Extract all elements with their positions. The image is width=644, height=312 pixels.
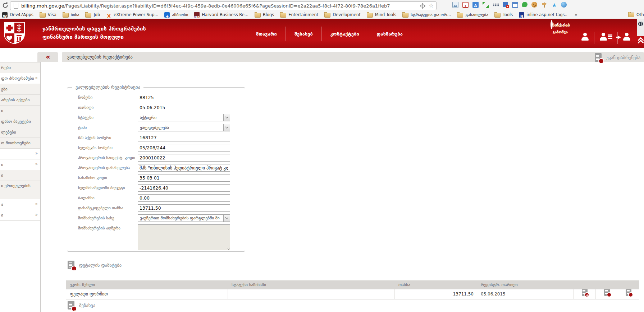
edit-detail-button[interactable] [604, 289, 610, 299]
google-translate-icon[interactable] [472, 2, 479, 8]
bookmark-item[interactable]: Blogs [255, 12, 274, 18]
bookmark-item[interactable]: Job [85, 12, 100, 18]
resize-arrows-icon[interactable] [483, 2, 489, 8]
sidebar-item[interactable]: ი [0, 106, 40, 116]
sidebar-collapse-button[interactable]: « [37, 52, 58, 62]
sidebar-item[interactable]: რები [0, 62, 40, 73]
view-detail-button[interactable] [582, 289, 588, 299]
page-favicon [14, 3, 18, 9]
bookmark-item[interactable]: Tools [494, 12, 513, 18]
browser-profile-icon[interactable] [561, 2, 567, 8]
sidebar-item[interactable]: ლებები [0, 127, 40, 138]
act-number-field[interactable] [138, 134, 230, 141]
document-icon [68, 261, 74, 269]
available-budget-field[interactable] [138, 184, 230, 192]
dropdown-arrow-icon[interactable] [223, 215, 230, 222]
form-row: ტიპივალდებულება [78, 124, 230, 131]
delete-detail-button[interactable] [626, 289, 631, 299]
back-button-label: უკან დაბრუნება [606, 55, 640, 60]
speed-test-button[interactable]: სიჩქარის გაზომვა [549, 21, 571, 35]
bookmark-item[interactable]: Mind Tools [367, 12, 397, 18]
bookmark-item[interactable]: Visa [40, 12, 56, 18]
nav-item-1[interactable]: მთავარი [247, 31, 286, 37]
bookmark-star-icon[interactable]: ☆ [429, 3, 434, 9]
bookmark-item[interactable]: ბინა [63, 12, 79, 18]
balance-field[interactable] [138, 194, 230, 202]
date-field[interactable] [138, 104, 230, 111]
bookmark-item[interactable]: სტრატეგია და ორ... [402, 12, 451, 18]
field-label: მომსახურების სახე [78, 214, 138, 222]
nav-item-3[interactable]: კონტაქტები [322, 31, 368, 37]
number-field[interactable] [138, 94, 230, 101]
folder-icon [280, 13, 286, 18]
sidebar-item[interactable]: ა» [0, 199, 40, 210]
user-profile-icon[interactable] [581, 33, 589, 41]
dropdown-arrow-icon[interactable] [223, 124, 230, 131]
amount-to-approve-field[interactable] [138, 204, 230, 212]
bookmark-item[interactable]: Harvard Business Re... [194, 12, 248, 18]
download-box-icon[interactable] [503, 2, 508, 7]
bookmark-item[interactable]: Development [324, 12, 360, 18]
form-row: სტატუსიაქტიური [78, 114, 230, 121]
type-select[interactable]: ვალდებულება [138, 124, 230, 131]
sidebar-item[interactable]: ი» [0, 210, 40, 221]
provider-name-field[interactable] [138, 164, 230, 172]
translate-t-icon[interactable] [462, 2, 469, 8]
app-title-line2: ფინანსური მართვის მოდული [42, 33, 146, 41]
moh-logo[interactable] [4, 22, 25, 45]
logout-icon[interactable] [622, 33, 631, 41]
service-type-select[interactable]: ვაუჩერით მომსახურების ფარგლებში მი [138, 214, 230, 222]
bookmark-item[interactable]: inline asp.net tags... ... [519, 12, 567, 18]
screenshot-icon[interactable] [452, 2, 458, 8]
bookmarks-overflow-chevron[interactable]: » [575, 12, 577, 17]
star-blue-icon[interactable] [551, 2, 557, 8]
folder-icon [367, 13, 373, 18]
bookmark-item[interactable]: Entertainment [280, 12, 318, 18]
window-icon[interactable] [512, 2, 518, 8]
contract-number-field[interactable] [138, 144, 230, 152]
bookmark-item[interactable]: eXtreme Power Sup... [106, 12, 158, 18]
status-select[interactable]: აქტიური [138, 114, 230, 121]
view-badge-icon [584, 292, 589, 297]
provider-ident-code-field[interactable] [138, 154, 230, 162]
nav-item-4[interactable]: დახმარება [368, 31, 411, 37]
user-list-icon[interactable] [599, 33, 608, 41]
bookmark-item[interactable]: Dev47Apps [2, 12, 33, 18]
sidebar-item[interactable]: არების აქტები [0, 95, 40, 106]
map-pin-icon[interactable] [522, 2, 527, 7]
side-widget-strip [637, 19, 644, 36]
globe-icon[interactable] [638, 21, 643, 27]
service-description-textarea[interactable] [138, 224, 230, 250]
sidebar-item[interactable]: ი» [0, 159, 40, 170]
bookmark-label: Job [93, 12, 100, 17]
bookmark-item[interactable]: განათლება [457, 12, 488, 18]
folder-icon [40, 13, 46, 18]
nav-item-2[interactable]: შესახებ [286, 31, 321, 37]
address-bar[interactable]: billing.moh.gov.ge/Pages/Liability/Regis… [10, 1, 437, 10]
bookmark-item[interactable]: ამბიონი [164, 12, 188, 18]
back-button[interactable]: უკან დაბრუნება [595, 53, 640, 62]
scroll-to-top-button[interactable] [638, 38, 644, 43]
dropdown-arrow-icon[interactable] [223, 114, 230, 121]
list-lines-icon [608, 34, 612, 36]
sidebar-item[interactable]: ები [0, 84, 40, 95]
folder-icon [324, 13, 330, 18]
sidebar-item-label: ი [1, 159, 3, 170]
add-detail-button[interactable]: დეტალის დამატება [68, 261, 122, 269]
sidebar-item[interactable]: ო მოთხოვნები [0, 138, 40, 149]
field-label: ხელმისაწვდომი ბიუჯეტი [78, 184, 138, 192]
sidebar-item[interactable]: ფო პროგრამები» [0, 73, 40, 84]
sidebar-item[interactable]: » [0, 149, 40, 159]
dots-grid-icon[interactable] [493, 2, 499, 8]
cookie-icon[interactable] [531, 2, 537, 8]
treasury-code-field[interactable] [138, 174, 230, 182]
bookmark-label: Blogs [263, 12, 274, 17]
save-button[interactable]: შენახვა [68, 301, 95, 309]
drag-crosshair-icon[interactable] [420, 3, 425, 9]
sidebar-item[interactable]: ფასო პაკეტები [0, 116, 40, 127]
reload-icon[interactable] [2, 2, 9, 9]
sidebar-item[interactable]: ი ერთეულების [0, 181, 40, 199]
sidebar-item[interactable]: ი [0, 170, 40, 181]
signpost-icon[interactable] [541, 2, 547, 8]
other-bookmarks-folder[interactable]: Other... [628, 12, 644, 17]
